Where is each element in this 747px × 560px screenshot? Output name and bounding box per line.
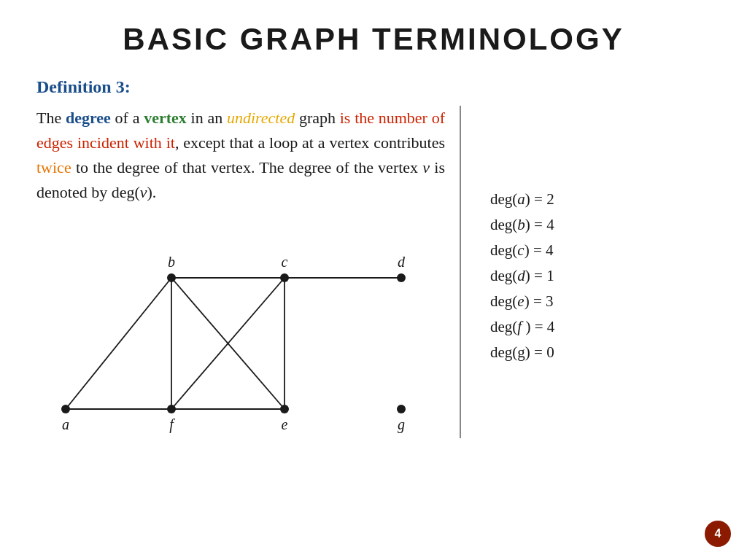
undirected-term: undirected bbox=[227, 109, 295, 127]
vertex-term: vertex bbox=[144, 109, 187, 127]
vertex-d-dot bbox=[397, 273, 406, 282]
definition-text: The degree of a vertex in an undirected … bbox=[36, 106, 445, 205]
slide-title: BASIC GRAPH TERMINOLOGY bbox=[36, 22, 711, 57]
degree-f: deg(f ) = 4 bbox=[490, 318, 711, 336]
degree-d: deg(d) = 1 bbox=[490, 267, 711, 285]
vertex-g-dot bbox=[397, 405, 406, 413]
vertex-c-dot bbox=[280, 273, 289, 282]
definition-label: Definition 3: bbox=[36, 77, 711, 97]
label-b: b bbox=[168, 254, 175, 270]
degree-a: deg(a) = 2 bbox=[490, 190, 711, 209]
right-column: deg(a) = 2 deg(b) = 4 deg(c) = 4 deg(d) … bbox=[460, 106, 711, 438]
label-a: a bbox=[62, 416, 69, 432]
graph-svg: b c d a f e g bbox=[44, 219, 438, 438]
degree-term: degree bbox=[66, 109, 111, 127]
label-c: c bbox=[282, 254, 288, 270]
label-g: g bbox=[398, 416, 405, 433]
content-area: The degree of a vertex in an undirected … bbox=[36, 106, 711, 438]
vertex-b-dot bbox=[167, 273, 176, 282]
degree-c: deg(c) = 4 bbox=[490, 241, 711, 260]
degree-g: deg(g) = 0 bbox=[490, 343, 711, 362]
vertex-f-dot bbox=[167, 405, 176, 413]
vertex-v2: v bbox=[140, 183, 147, 201]
vertex-v: v bbox=[422, 158, 430, 176]
vertex-a-dot bbox=[61, 405, 70, 413]
twice-term: twice bbox=[36, 158, 71, 176]
degree-b: deg(b) = 4 bbox=[490, 216, 711, 234]
left-column: The degree of a vertex in an undirected … bbox=[36, 106, 445, 438]
slide: BASIC GRAPH TERMINOLOGY Definition 3: Th… bbox=[0, 0, 747, 560]
page-number: 4 bbox=[705, 521, 731, 547]
label-d: d bbox=[398, 254, 406, 270]
svg-line-8 bbox=[66, 278, 171, 409]
label-e: e bbox=[282, 416, 288, 432]
degree-e: deg(e) = 3 bbox=[490, 292, 711, 311]
graph-container: b c d a f e g bbox=[36, 219, 445, 438]
vertex-e-dot bbox=[280, 405, 289, 413]
label-f: f bbox=[169, 416, 175, 433]
